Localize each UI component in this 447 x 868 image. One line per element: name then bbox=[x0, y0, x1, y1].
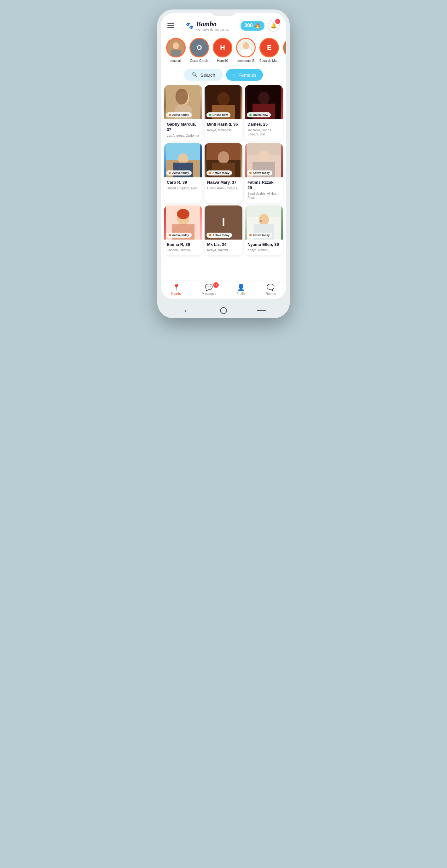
profile-name: Emma R, 36 bbox=[167, 242, 200, 247]
status-text: Online now bbox=[253, 113, 268, 117]
app-inner: 🐾 Bambo We make dating easier. 300 🔥 🔔 4 bbox=[161, 13, 286, 299]
header-right: 300 🔥 🔔 4 bbox=[241, 20, 280, 32]
profile-location: Kenya, Nairobi, bbox=[207, 248, 240, 252]
profile-image-wrap: Online now bbox=[205, 85, 242, 119]
online-dot bbox=[249, 114, 251, 116]
story-avatar: H bbox=[213, 38, 232, 57]
logo-area: 🐾 Bambo We make dating easier. bbox=[186, 20, 229, 31]
story-item[interactable]: E Eduardo Ma... bbox=[260, 38, 279, 62]
fire-icon: 🔥 bbox=[254, 23, 261, 29]
recents-pill-icon bbox=[257, 310, 266, 311]
profile-card[interactable]: Active today Caro R, 39 United Kingdom, … bbox=[164, 143, 202, 203]
story-name: Eduardo Ma... bbox=[260, 59, 279, 62]
filter-label: Females bbox=[238, 72, 256, 78]
profile-card[interactable]: Active today Emma R, 36 Canada, Ontario, bbox=[164, 206, 202, 256]
phone-frame: 🐾 Bambo We make dating easier. 300 🔥 🔔 4 bbox=[157, 9, 290, 318]
filter-females-button[interactable]: ♀ Females bbox=[226, 69, 263, 81]
profile-location: Kenya, Nairobi, bbox=[247, 248, 280, 252]
story-name: Antonio S. bbox=[285, 59, 286, 62]
profile-name: Mk Liz, 24 bbox=[207, 242, 240, 247]
profiles-grid: Active today Gabby Marcus, 37 Los Angele… bbox=[161, 85, 286, 281]
svg-point-1 bbox=[173, 42, 179, 49]
nav-messages[interactable]: 💬 12 Messages bbox=[202, 283, 216, 296]
bottom-navigation: 📍 Nearby 💬 12 Messages 👤 Profile 🗨️ Room… bbox=[161, 281, 286, 299]
profile-name: Daines, 25 bbox=[247, 122, 280, 127]
svg-point-36 bbox=[259, 214, 269, 225]
profile-info: Gabby Marcus, 37 Los Angeles, California bbox=[164, 119, 202, 141]
nav-nearby[interactable]: 📍 Nearby bbox=[171, 283, 181, 296]
svg-point-16 bbox=[258, 92, 270, 104]
profile-image-wrap: I Active today bbox=[205, 206, 242, 240]
status-badge: Active today bbox=[166, 112, 192, 117]
menu-button[interactable] bbox=[167, 23, 174, 28]
story-name: emmanuel S. bbox=[237, 59, 255, 62]
female-icon: ♀ bbox=[232, 72, 236, 78]
home-circle-icon bbox=[220, 307, 227, 314]
profile-info: Binti Rashid, 36 Kenya, Mombasa, bbox=[205, 119, 242, 135]
nearby-label: Nearby bbox=[171, 292, 181, 296]
coins-badge[interactable]: 300 🔥 bbox=[241, 21, 265, 31]
active-dot bbox=[169, 172, 171, 174]
status-badge: Active today bbox=[206, 232, 232, 238]
svg-rect-2 bbox=[171, 50, 181, 57]
story-item[interactable]: maznail bbox=[166, 38, 186, 62]
profile-info: Mk Liz, 24 Kenya, Nairobi, bbox=[205, 240, 242, 256]
profile-card[interactable]: Online now Binti Rashid, 36 Kenya, Momba… bbox=[205, 85, 242, 141]
profile-location: United Arab Emirates, bbox=[207, 186, 240, 190]
app-container: 🐾 Bambo We make dating easier. 300 🔥 🔔 4 bbox=[157, 9, 290, 303]
profile-card[interactable]: Active today Nyamu Ellen, 36 Kenya, Nair… bbox=[245, 206, 283, 256]
story-avatar: E bbox=[260, 38, 279, 57]
status-badge: Online now bbox=[206, 112, 231, 117]
rooms-label: Rooms bbox=[266, 292, 276, 296]
story-avatar bbox=[236, 38, 256, 57]
phone-notch bbox=[211, 9, 236, 16]
profile-card[interactable]: Online now Daines, 25 Tanzania, Dar es S… bbox=[245, 85, 283, 141]
nav-profile[interactable]: 👤 Profile bbox=[236, 283, 245, 296]
profile-card[interactable]: Active today Fatims Rzzak, 29 Saudi Arab… bbox=[245, 143, 283, 203]
svg-rect-5 bbox=[241, 50, 251, 57]
profile-name: Caro R, 39 bbox=[167, 180, 200, 185]
app-tagline: We make dating easier. bbox=[196, 28, 229, 31]
recents-button[interactable] bbox=[257, 306, 266, 315]
messages-icon: 💬 bbox=[205, 283, 213, 291]
active-dot bbox=[249, 172, 251, 174]
back-button[interactable]: ‹ bbox=[181, 306, 190, 315]
bell-icon: 🔔 bbox=[271, 23, 277, 29]
svg-point-28 bbox=[258, 151, 270, 163]
logo-text-wrap: Bambo We make dating easier. bbox=[196, 20, 229, 31]
profile-card[interactable]: Active today Gabby Marcus, 37 Los Angele… bbox=[164, 85, 202, 141]
home-button[interactable] bbox=[219, 306, 228, 315]
nav-rooms[interactable]: 🗨️ Rooms bbox=[266, 283, 276, 296]
story-item[interactable]: emmanuel S. bbox=[236, 38, 256, 62]
search-button[interactable]: 🔍 Search bbox=[184, 69, 223, 81]
story-item[interactable]: O Oscar Garcia bbox=[190, 38, 209, 62]
stories-row: maznail O Oscar Garcia H Hami10 bbox=[161, 35, 286, 66]
profile-info: Caro R, 39 United Kingdom, East bbox=[164, 177, 202, 193]
status-badge: Active today bbox=[166, 170, 192, 176]
active-dot bbox=[249, 234, 251, 236]
story-item[interactable]: Antonio S. bbox=[283, 38, 286, 62]
notification-badge: 4 bbox=[275, 19, 280, 24]
profile-image-wrap: Active today bbox=[245, 143, 283, 177]
profile-image-wrap: Online now bbox=[245, 85, 283, 119]
svg-point-13 bbox=[217, 92, 230, 106]
profile-card[interactable]: I Active today Mk Liz, 24 Kenya, Nairobi… bbox=[205, 206, 242, 256]
profile-info: Fatims Rzzak, 29 Saudi Arabia, Al Hair, … bbox=[245, 177, 283, 203]
status-text: Active today bbox=[253, 172, 270, 175]
status-badge: Active today bbox=[206, 170, 232, 176]
story-name: Oscar Garcia bbox=[190, 59, 209, 62]
status-text: Active today bbox=[253, 234, 270, 237]
notifications-button[interactable]: 🔔 4 bbox=[268, 20, 280, 32]
svg-point-32 bbox=[177, 209, 190, 219]
profile-info: Naava Mary, 37 United Arab Emirates, bbox=[205, 177, 242, 193]
profile-label: Profile bbox=[236, 292, 245, 296]
back-arrow-icon: ‹ bbox=[185, 307, 186, 314]
story-item[interactable]: H Hami10 bbox=[213, 38, 232, 62]
messages-label: Messages bbox=[202, 292, 216, 296]
profile-card[interactable]: Active today Naava Mary, 37 United Arab … bbox=[205, 143, 242, 203]
story-name: maznail bbox=[171, 59, 181, 62]
status-text: Active today bbox=[172, 172, 189, 175]
story-name: Hami10 bbox=[217, 59, 228, 62]
active-dot bbox=[209, 234, 211, 236]
story-avatar: O bbox=[190, 38, 209, 57]
